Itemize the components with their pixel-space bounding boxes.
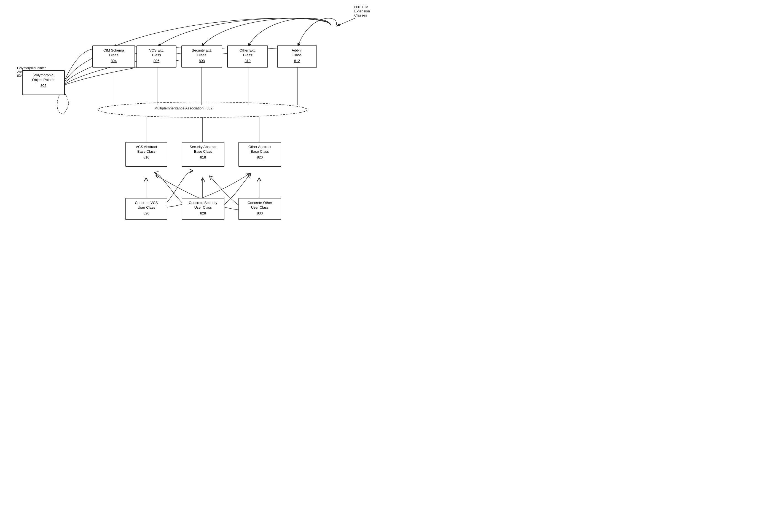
- box-concrete-vcs: Concrete VCSUser Class826: [125, 198, 167, 220]
- connections-svg: [0, 0, 387, 266]
- multiple-inheritance-label: MultipleInheritance Association 832: [154, 106, 213, 110]
- box-concrete-other: Concrete OtherUser Class830: [238, 198, 281, 220]
- box-other-ext: Other Ext.Class810: [227, 45, 268, 68]
- box-vcs-ext: VCS Ext.Class806: [136, 45, 176, 68]
- box-concrete-security: Concrete SecurityUser Class828: [182, 198, 224, 220]
- box-cim-schema: CIM SchemaClass804: [92, 45, 135, 68]
- box-polymorphic-pointer: PolymorphicObject Pointer802: [22, 70, 65, 95]
- box-vcs-abstract: VCS AbstractBase Class816: [125, 142, 167, 167]
- box-security-ext: Security Ext.Class808: [181, 45, 222, 68]
- cim-extension-label: 800CIMExtensionClasses: [354, 5, 370, 17]
- svg-line-1: [336, 18, 356, 26]
- box-other-abstract: Other AbstractBase Class820: [238, 142, 281, 167]
- box-security-abstract: Security AbstractBase Class818: [182, 142, 224, 167]
- box-addin: Add-InClass812: [277, 45, 317, 68]
- diagram-container: 800CIMExtensionClasses PolymorphicPointe…: [0, 0, 387, 266]
